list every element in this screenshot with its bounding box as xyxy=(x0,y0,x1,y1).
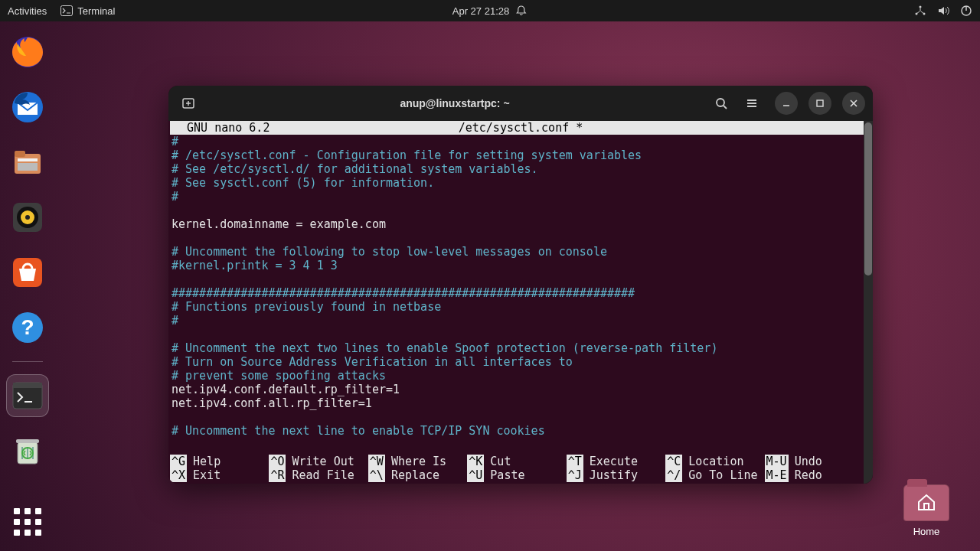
svg-rect-23 xyxy=(16,439,39,443)
top-bar: Activities Terminal Apr 27 21:28 xyxy=(0,0,980,21)
svg-point-15 xyxy=(25,215,30,220)
nano-shortcut: ^TExecute xyxy=(567,455,665,468)
activities-button[interactable]: Activities xyxy=(8,5,47,17)
svg-rect-25 xyxy=(924,504,929,510)
dock: ? xyxy=(6,31,49,472)
terminal-title: anup@linuxstartpc: ~ xyxy=(207,97,703,109)
nano-line: # Uncomment the next line to enable TCP/… xyxy=(172,424,867,438)
nano-line xyxy=(172,204,867,217)
dock-files[interactable] xyxy=(6,141,49,184)
nano-line: # Uncomment the next two lines to enable… xyxy=(172,341,867,355)
nano-line: #kernel.printk = 3 4 1 3 xyxy=(172,259,867,272)
hamburger-menu-button[interactable] xyxy=(740,91,764,116)
nano-line: # xyxy=(172,314,867,328)
desktop-home-label: Home xyxy=(903,526,949,537)
nano-line: # See sysctl.conf (5) for information. xyxy=(172,176,867,190)
nano-line xyxy=(172,328,867,341)
home-icon xyxy=(916,493,936,511)
nano-shortcut: ^GHelp xyxy=(170,455,269,468)
nano-shortcut: ^CLocation xyxy=(665,455,764,468)
dock-terminal[interactable] xyxy=(6,374,49,417)
nano-shortcut: ^OWrite Out xyxy=(269,455,368,468)
terminal-titlebar: anup@linuxstartpc: ~ xyxy=(168,86,873,121)
notification-icon[interactable] xyxy=(515,5,528,17)
terminal-window: anup@linuxstartpc: ~ GNU nano 6.2 /etc/s… xyxy=(168,86,873,484)
svg-point-1 xyxy=(920,6,922,8)
svg-rect-20 xyxy=(13,383,42,388)
svg-rect-11 xyxy=(18,163,38,171)
dock-help[interactable]: ? xyxy=(6,306,49,349)
dock-firefox[interactable] xyxy=(6,31,49,73)
nano-line xyxy=(172,410,867,424)
power-icon[interactable] xyxy=(960,5,972,17)
nano-shortcut: ^UPaste xyxy=(467,468,566,482)
close-icon xyxy=(849,99,858,108)
nano-filename: /etc/sysctl.conf * xyxy=(168,121,873,135)
nano-shortcut: M-ERedo xyxy=(765,468,864,482)
nano-shortcut: ^/Go To Line xyxy=(665,468,764,482)
hamburger-icon xyxy=(745,96,759,110)
scrollbar-thumb[interactable] xyxy=(864,122,872,276)
nano-line: # prevent some spoofing attacks xyxy=(172,369,867,383)
nano-line: # xyxy=(172,190,867,204)
svg-point-29 xyxy=(717,99,724,106)
volume-icon[interactable] xyxy=(937,5,949,17)
nano-shortcut: ^KCut xyxy=(467,455,566,468)
nano-line: # Functions previously found in netbase xyxy=(172,300,867,314)
nano-line: # Uncomment the following to stop low-le… xyxy=(172,245,867,259)
nano-line: net.ipv4.conf.all.rp_filter=1 xyxy=(172,396,867,410)
dock-thunderbird[interactable] xyxy=(6,86,49,129)
dock-rhythmbox[interactable] xyxy=(6,196,49,239)
show-applications-button[interactable] xyxy=(14,508,41,536)
minimize-icon xyxy=(782,99,791,108)
current-app[interactable]: Terminal xyxy=(60,5,115,17)
new-tab-button[interactable] xyxy=(176,91,201,116)
search-button[interactable] xyxy=(709,91,733,116)
desktop-home-folder[interactable]: Home xyxy=(903,484,949,537)
nano-line: # xyxy=(172,135,867,148)
maximize-icon xyxy=(815,99,825,108)
terminal-icon xyxy=(60,5,73,16)
network-icon[interactable] xyxy=(914,5,926,17)
nano-line: net.ipv4.conf.default.rp_filter=1 xyxy=(172,383,867,396)
nano-line: ########################################… xyxy=(172,286,867,300)
svg-line-30 xyxy=(724,106,727,109)
nano-shortcut: ^JJustify xyxy=(567,468,665,482)
nano-line: # Turn on Source Address Verification in… xyxy=(172,355,867,369)
dock-software[interactable] xyxy=(6,251,49,294)
svg-rect-35 xyxy=(817,100,823,106)
nano-content: ## /etc/sysctl.conf - Configuration file… xyxy=(170,135,868,438)
maximize-button[interactable] xyxy=(808,92,831,115)
svg-rect-10 xyxy=(18,158,38,161)
clock[interactable]: Apr 27 21:28 xyxy=(452,5,509,17)
nano-line: kernel.domainname = example.com xyxy=(172,217,867,231)
nano-status-bar: GNU nano 6.2 /etc/sysctl.conf * . xyxy=(170,121,868,135)
nano-shortcut: ^RRead File xyxy=(269,468,368,482)
search-icon xyxy=(714,96,728,110)
svg-rect-9 xyxy=(15,151,25,157)
close-button[interactable] xyxy=(842,92,865,115)
nano-line: # /etc/sysctl.conf - Configuration file … xyxy=(172,148,867,162)
nano-shortcut: ^WWhere Is xyxy=(368,455,467,468)
terminal-body[interactable]: GNU nano 6.2 /etc/sysctl.conf * . ## /et… xyxy=(168,121,873,484)
dock-separator xyxy=(12,361,43,362)
minimize-button[interactable] xyxy=(775,92,798,115)
nano-line: # See /etc/sysctl.d/ for additional syst… xyxy=(172,162,867,176)
svg-text:?: ? xyxy=(21,315,34,339)
current-app-label: Terminal xyxy=(77,5,115,17)
dock-trash[interactable] xyxy=(6,429,49,472)
svg-rect-0 xyxy=(61,6,73,16)
nano-line xyxy=(172,231,867,245)
nano-shortcut: M-UUndo xyxy=(765,455,864,468)
nano-shortcut: ^XExit xyxy=(170,468,269,482)
nano-footer: ^GHelp^OWrite Out^WWhere Is^KCut^TExecut… xyxy=(170,455,864,482)
nano-line xyxy=(172,272,867,286)
nano-shortcut: ^\Replace xyxy=(368,468,467,482)
